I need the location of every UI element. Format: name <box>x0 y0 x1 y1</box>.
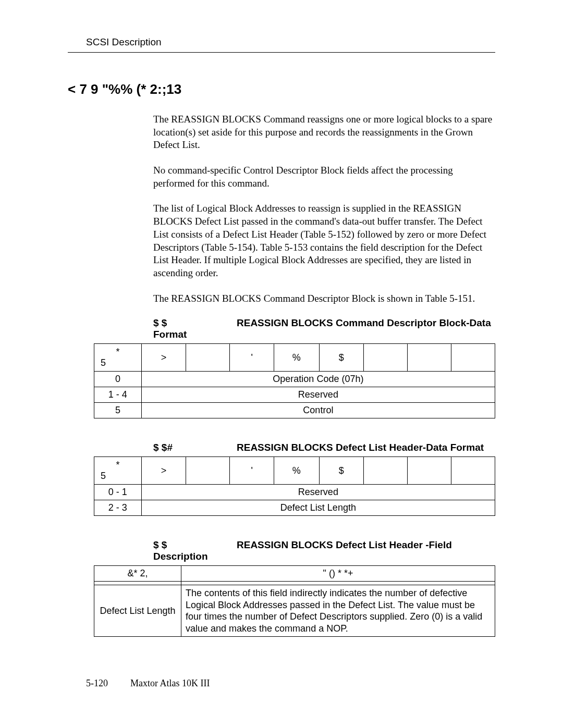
spacer-cell <box>94 582 181 585</box>
value-cell: Reserved <box>141 485 495 500</box>
paragraph: The REASSIGN BLOCKS Command Descriptor B… <box>153 292 495 305</box>
value-cell: Operation Code (07h) <box>141 372 495 387</box>
header-rule <box>68 52 495 53</box>
bit-header: ' <box>230 457 274 485</box>
bit-header: % <box>274 457 319 485</box>
byte-cell: 1 - 4 <box>94 387 142 403</box>
table-row: Defect List Length The contents of this … <box>94 585 495 637</box>
bit-header: $ <box>319 457 364 485</box>
byte-cell: 5 <box>94 403 142 418</box>
table-row: 0 - 1 Reserved <box>94 485 495 500</box>
table-header-row: * 5 > ' % $ <box>94 344 495 372</box>
desc-cell: The contents of this field indirectly in… <box>181 585 495 637</box>
bit-header <box>186 457 230 485</box>
footer-title: Maxtor Atlas 10K III <box>130 678 210 688</box>
caption-prefix: $ $ <box>153 539 237 551</box>
table-caption-151: $ $REASSIGN BLOCKS Command Descriptor Bl… <box>153 317 495 340</box>
byte-cell: 0 - 1 <box>94 485 142 500</box>
table-caption-152: $ $#REASSIGN BLOCKS Defect List Header-D… <box>153 442 495 453</box>
spacer-row <box>94 582 495 585</box>
body-text: The REASSIGN BLOCKS Command reassigns on… <box>153 113 495 305</box>
corner-top: * <box>97 347 138 357</box>
bit-header <box>408 344 451 372</box>
corner-cell: * 5 <box>94 344 142 372</box>
table-caption-153: $ $REASSIGN BLOCKS Defect List Header -F… <box>153 539 495 562</box>
corner-bottom: 5 <box>97 357 138 368</box>
table-row: 1 - 4 Reserved <box>94 387 495 403</box>
header-field: &* 2, <box>94 566 181 582</box>
spacer-cell <box>181 582 495 585</box>
bit-header <box>186 344 230 372</box>
corner-cell: * 5 <box>94 457 142 485</box>
bit-header: % <box>274 344 319 372</box>
header-desc: " () * *+ <box>181 566 495 582</box>
caption-prefix: $ $ <box>153 317 237 329</box>
bit-header <box>364 344 408 372</box>
bit-header <box>408 457 451 485</box>
bit-header: > <box>141 344 186 372</box>
field-cell: Defect List Length <box>94 585 181 637</box>
section-heading: < 7 9 "%% (* 2:;13 <box>68 81 495 97</box>
table-row: 2 - 3 Defect List Length <box>94 500 495 516</box>
paragraph: The REASSIGN BLOCKS Command reassigns on… <box>153 113 495 152</box>
bit-header <box>451 457 495 485</box>
table-153: &* 2, " () * *+ Defect List Length The c… <box>94 565 495 637</box>
running-head: SCSI Description <box>86 36 495 48</box>
footer-page-number: 5-120 <box>86 678 130 689</box>
caption-text: REASSIGN BLOCKS Defect List Header-Data … <box>237 442 484 453</box>
table-header-row: * 5 > ' % $ <box>94 457 495 485</box>
caption-prefix: $ $# <box>153 442 237 453</box>
corner-bottom: 5 <box>97 471 138 482</box>
table-row: 0 Operation Code (07h) <box>94 372 495 387</box>
bit-header <box>364 457 408 485</box>
paragraph: The list of Logical Block Addresses to r… <box>153 202 495 279</box>
table-151: * 5 > ' % $ 0 Operation Code (07h) 1 - 4… <box>94 343 495 418</box>
value-cell: Defect List Length <box>141 500 495 516</box>
page-footer: 5-120Maxtor Atlas 10K III <box>86 678 210 689</box>
table-header-row: &* 2, " () * *+ <box>94 566 495 582</box>
paragraph: No command-specific Control Descriptor B… <box>153 164 495 190</box>
bit-header: $ <box>319 344 364 372</box>
byte-cell: 2 - 3 <box>94 500 142 516</box>
corner-top: * <box>97 460 138 471</box>
table-row: 5 Control <box>94 403 495 418</box>
value-cell: Reserved <box>141 387 495 403</box>
table-152: * 5 > ' % $ 0 - 1 Reserved 2 - 3 Defect … <box>94 456 495 516</box>
bit-header <box>451 344 495 372</box>
value-cell: Control <box>141 403 495 418</box>
bit-header: > <box>141 457 186 485</box>
bit-header: ' <box>230 344 274 372</box>
byte-cell: 0 <box>94 372 142 387</box>
